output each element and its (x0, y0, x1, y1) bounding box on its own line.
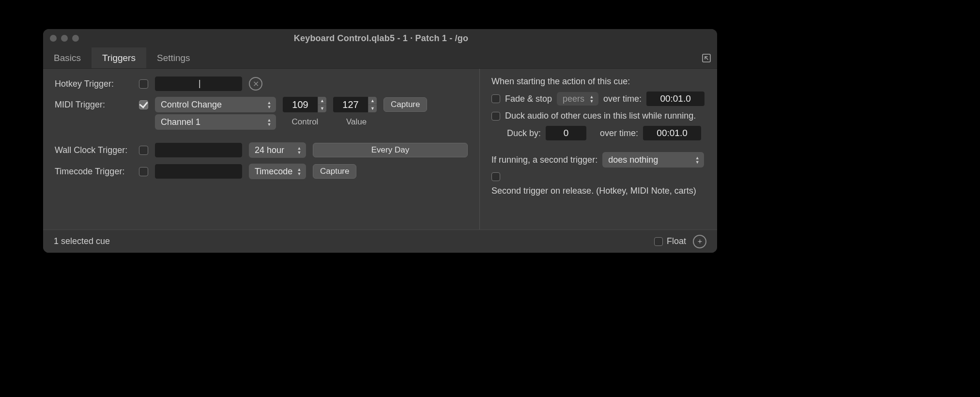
hotkey-row: Hotkey Trigger: ✕ (55, 76, 468, 91)
value-sublabel: Value (334, 117, 379, 127)
peers-value: peers (563, 94, 584, 104)
control-sublabel: Control (283, 117, 327, 127)
up-down-icon: ▲▼ (295, 142, 303, 158)
wallclock-format-select[interactable]: 24 hour ▲▼ (249, 142, 306, 158)
release-row: Second trigger on release. (Hotkey, MIDI… (491, 172, 706, 196)
up-down-icon: ▲▼ (265, 114, 273, 130)
footer: 1 selected cue Float ＋ (43, 229, 717, 253)
over-time-label: over time: (600, 128, 638, 138)
duck-row: Duck audio of other cues in this list wh… (491, 111, 706, 121)
midi-value-stepper[interactable]: ▲▼ (333, 97, 377, 112)
close-dot[interactable] (50, 35, 57, 42)
midi-type-select[interactable]: Control Change ▲▼ (155, 97, 276, 112)
midi-row2: Channel 1 ▲▼ Control Value (55, 114, 468, 130)
close-x-icon: ✕ (253, 79, 259, 89)
hotkey-label: Hotkey Trigger: (55, 79, 132, 89)
titlebar: Keyboard Control.qlab5 - 1 · Patch 1 - /… (43, 29, 717, 47)
timecode-format-value: Timecode (255, 167, 292, 177)
popout-button[interactable] (696, 47, 717, 68)
stepper-buttons[interactable]: ▲▼ (318, 97, 326, 112)
wallclock-checkbox[interactable] (139, 146, 148, 155)
right-heading: When starting the action of this cue: (491, 76, 706, 87)
hotkey-input[interactable] (155, 76, 242, 91)
midi-row: MIDI Trigger: Control Change ▲▼ ▲▼ ▲▼ Ca… (55, 97, 468, 112)
tab-basics[interactable]: Basics (43, 47, 92, 68)
wallclock-input[interactable] (155, 143, 242, 157)
wallclock-label: Wall Clock Trigger: (55, 145, 132, 155)
float-label: Float (667, 236, 686, 246)
duck-value-field[interactable]: 0 (546, 126, 586, 140)
duck-time-field[interactable]: 00:01.0 (643, 126, 701, 140)
duck-checkbox[interactable] (491, 112, 500, 121)
midi-type-value: Control Change (161, 100, 222, 110)
wallclock-recurrence-button[interactable]: Every Day (313, 143, 468, 157)
release-label: Second trigger on release. (Hotkey, MIDI… (491, 186, 696, 196)
fade-time-field[interactable]: 00:01.0 (646, 92, 704, 106)
tab-settings[interactable]: Settings (146, 47, 201, 68)
timecode-label: Timecode Trigger: (55, 167, 132, 177)
float-checkbox[interactable] (654, 237, 663, 246)
wallclock-recurrence-value: Every Day (371, 145, 409, 155)
timecode-capture-button[interactable]: Capture (313, 164, 356, 179)
release-checkbox[interactable] (491, 172, 500, 181)
fade-stop-label: Fade & stop (505, 94, 552, 104)
right-panel: When starting the action of this cue: Fa… (480, 69, 717, 229)
traffic-lights (50, 35, 79, 42)
plus-icon: ＋ (696, 237, 704, 246)
status-text: 1 selected cue (54, 236, 110, 246)
peers-select[interactable]: peers ▲▼ (557, 92, 598, 106)
second-trigger-value: does nothing (608, 155, 658, 165)
up-down-icon: ▲▼ (295, 164, 303, 179)
stepper-buttons[interactable]: ▲▼ (368, 97, 377, 112)
up-down-icon: ▲▼ (693, 152, 701, 168)
duck-by-label: Duck by: (507, 128, 541, 138)
timecode-row: Timecode Trigger: Timecode ▲▼ Capture (55, 164, 468, 179)
wallclock-format-value: 24 hour (255, 145, 284, 155)
hotkey-clear-button[interactable]: ✕ (249, 77, 262, 91)
timecode-input[interactable] (155, 164, 242, 179)
inspector-tabs: Basics Triggers Settings (43, 47, 717, 69)
midi-checkbox[interactable] (139, 100, 148, 109)
add-inspector-button[interactable]: ＋ (693, 235, 706, 248)
inspector-window: Keyboard Control.qlab5 - 1 · Patch 1 - /… (43, 29, 717, 253)
timecode-format-select[interactable]: Timecode ▲▼ (249, 164, 306, 179)
hotkey-checkbox[interactable] (139, 79, 148, 89)
midi-capture-button[interactable]: Capture (383, 97, 427, 112)
over-time-label: over time: (603, 94, 642, 104)
popout-icon (702, 53, 711, 63)
midi-value-input[interactable] (333, 97, 368, 112)
timecode-checkbox[interactable] (139, 167, 148, 176)
tab-triggers[interactable]: Triggers (92, 47, 146, 68)
left-panel: Hotkey Trigger: ✕ MIDI Trigger: Control … (43, 69, 480, 229)
up-down-icon: ▲▼ (265, 97, 273, 112)
midi-control-input[interactable] (283, 97, 318, 112)
minimize-dot[interactable] (61, 35, 68, 42)
duck-label: Duck audio of other cues in this list wh… (505, 111, 696, 121)
fade-stop-checkbox[interactable] (491, 94, 500, 103)
wallclock-row: Wall Clock Trigger: 24 hour ▲▼ Every Day (55, 142, 468, 158)
fade-stop-row: Fade & stop peers ▲▼ over time: 00:01.0 (491, 92, 706, 106)
midi-channel-select[interactable]: Channel 1 ▲▼ (155, 114, 276, 130)
midi-channel-value: Channel 1 (161, 117, 200, 127)
second-trigger-select[interactable]: does nothing ▲▼ (602, 152, 704, 168)
content: Hotkey Trigger: ✕ MIDI Trigger: Control … (43, 69, 717, 229)
up-down-icon: ▲▼ (588, 92, 596, 106)
zoom-dot[interactable] (72, 35, 79, 42)
duck-values-row: Duck by: 0 over time: 00:01.0 (491, 126, 706, 140)
window-title: Keyboard Control.qlab5 - 1 · Patch 1 - /… (79, 33, 683, 44)
midi-label: MIDI Trigger: (55, 100, 132, 110)
midi-control-stepper[interactable]: ▲▼ (283, 97, 326, 112)
second-trigger-row: If running, a second trigger: does nothi… (491, 152, 706, 168)
second-trigger-label: If running, a second trigger: (491, 155, 597, 165)
